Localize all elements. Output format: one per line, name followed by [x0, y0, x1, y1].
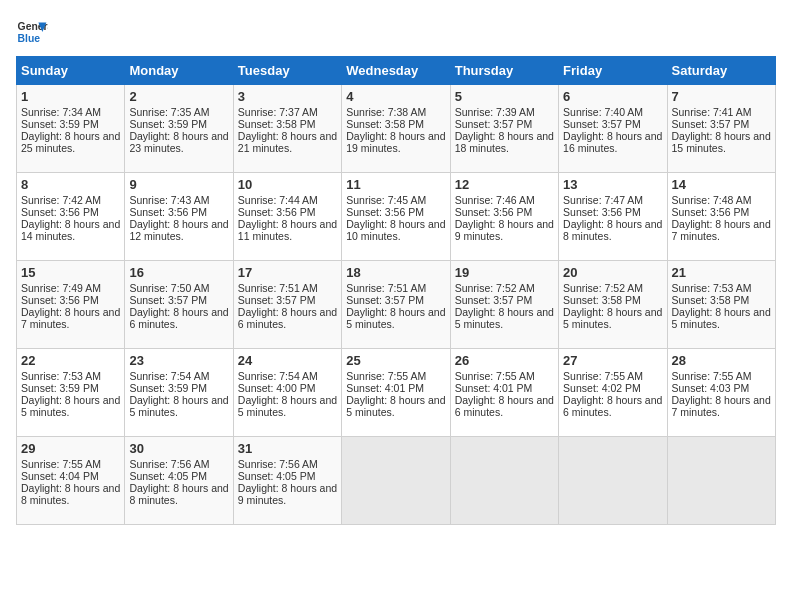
calendar-cell: 15Sunrise: 7:49 AMSunset: 3:56 PMDayligh… — [17, 261, 125, 349]
sunset-label: Sunset: 4:03 PM — [672, 382, 750, 394]
sunrise-label: Sunrise: 7:53 AM — [672, 282, 752, 294]
sunset-label: Sunset: 3:57 PM — [346, 294, 424, 306]
sunset-label: Sunset: 3:56 PM — [129, 206, 207, 218]
sunset-label: Sunset: 3:58 PM — [238, 118, 316, 130]
calendar-cell: 29Sunrise: 7:55 AMSunset: 4:04 PMDayligh… — [17, 437, 125, 525]
daylight-label: Daylight: 8 hours and 5 minutes. — [346, 394, 445, 418]
weekday-header-friday: Friday — [559, 57, 667, 85]
daylight-label: Daylight: 8 hours and 6 minutes. — [129, 306, 228, 330]
day-number: 18 — [346, 265, 445, 280]
sunset-label: Sunset: 4:00 PM — [238, 382, 316, 394]
calendar-cell: 14Sunrise: 7:48 AMSunset: 3:56 PMDayligh… — [667, 173, 775, 261]
sunset-label: Sunset: 3:56 PM — [21, 294, 99, 306]
calendar-week-1: 8Sunrise: 7:42 AMSunset: 3:56 PMDaylight… — [17, 173, 776, 261]
sunrise-label: Sunrise: 7:39 AM — [455, 106, 535, 118]
daylight-label: Daylight: 8 hours and 10 minutes. — [346, 218, 445, 242]
logo-icon: General Blue — [16, 16, 48, 48]
sunrise-label: Sunrise: 7:51 AM — [238, 282, 318, 294]
weekday-header-tuesday: Tuesday — [233, 57, 341, 85]
daylight-label: Daylight: 8 hours and 5 minutes. — [455, 306, 554, 330]
calendar-cell: 10Sunrise: 7:44 AMSunset: 3:56 PMDayligh… — [233, 173, 341, 261]
daylight-label: Daylight: 8 hours and 11 minutes. — [238, 218, 337, 242]
daylight-label: Daylight: 8 hours and 25 minutes. — [21, 130, 120, 154]
daylight-label: Daylight: 8 hours and 5 minutes. — [238, 394, 337, 418]
daylight-label: Daylight: 8 hours and 19 minutes. — [346, 130, 445, 154]
sunrise-label: Sunrise: 7:55 AM — [563, 370, 643, 382]
sunset-label: Sunset: 4:02 PM — [563, 382, 641, 394]
day-number: 1 — [21, 89, 120, 104]
sunrise-label: Sunrise: 7:56 AM — [129, 458, 209, 470]
sunrise-label: Sunrise: 7:44 AM — [238, 194, 318, 206]
calendar-cell: 25Sunrise: 7:55 AMSunset: 4:01 PMDayligh… — [342, 349, 450, 437]
calendar-cell: 2Sunrise: 7:35 AMSunset: 3:59 PMDaylight… — [125, 85, 233, 173]
weekday-header-row: SundayMondayTuesdayWednesdayThursdayFrid… — [17, 57, 776, 85]
day-number: 25 — [346, 353, 445, 368]
sunrise-label: Sunrise: 7:48 AM — [672, 194, 752, 206]
calendar-cell — [559, 437, 667, 525]
sunset-label: Sunset: 3:58 PM — [346, 118, 424, 130]
daylight-label: Daylight: 8 hours and 18 minutes. — [455, 130, 554, 154]
calendar-cell: 13Sunrise: 7:47 AMSunset: 3:56 PMDayligh… — [559, 173, 667, 261]
day-number: 4 — [346, 89, 445, 104]
calendar-cell: 12Sunrise: 7:46 AMSunset: 3:56 PMDayligh… — [450, 173, 558, 261]
calendar-cell — [342, 437, 450, 525]
sunset-label: Sunset: 3:57 PM — [563, 118, 641, 130]
calendar-cell: 16Sunrise: 7:50 AMSunset: 3:57 PMDayligh… — [125, 261, 233, 349]
daylight-label: Daylight: 8 hours and 15 minutes. — [672, 130, 771, 154]
sunset-label: Sunset: 4:04 PM — [21, 470, 99, 482]
daylight-label: Daylight: 8 hours and 16 minutes. — [563, 130, 662, 154]
calendar-cell: 26Sunrise: 7:55 AMSunset: 4:01 PMDayligh… — [450, 349, 558, 437]
daylight-label: Daylight: 8 hours and 14 minutes. — [21, 218, 120, 242]
sunrise-label: Sunrise: 7:40 AM — [563, 106, 643, 118]
sunrise-label: Sunrise: 7:37 AM — [238, 106, 318, 118]
daylight-label: Daylight: 8 hours and 7 minutes. — [672, 394, 771, 418]
sunrise-label: Sunrise: 7:51 AM — [346, 282, 426, 294]
calendar-cell: 18Sunrise: 7:51 AMSunset: 3:57 PMDayligh… — [342, 261, 450, 349]
sunrise-label: Sunrise: 7:49 AM — [21, 282, 101, 294]
weekday-header-sunday: Sunday — [17, 57, 125, 85]
calendar-cell — [450, 437, 558, 525]
calendar-cell: 17Sunrise: 7:51 AMSunset: 3:57 PMDayligh… — [233, 261, 341, 349]
sunset-label: Sunset: 3:57 PM — [455, 118, 533, 130]
sunrise-label: Sunrise: 7:45 AM — [346, 194, 426, 206]
day-number: 17 — [238, 265, 337, 280]
day-number: 15 — [21, 265, 120, 280]
day-number: 9 — [129, 177, 228, 192]
calendar-cell: 27Sunrise: 7:55 AMSunset: 4:02 PMDayligh… — [559, 349, 667, 437]
sunset-label: Sunset: 3:56 PM — [672, 206, 750, 218]
daylight-label: Daylight: 8 hours and 5 minutes. — [21, 394, 120, 418]
calendar-table: SundayMondayTuesdayWednesdayThursdayFrid… — [16, 56, 776, 525]
sunset-label: Sunset: 3:57 PM — [238, 294, 316, 306]
calendar-cell: 28Sunrise: 7:55 AMSunset: 4:03 PMDayligh… — [667, 349, 775, 437]
sunrise-label: Sunrise: 7:46 AM — [455, 194, 535, 206]
sunset-label: Sunset: 3:57 PM — [129, 294, 207, 306]
daylight-label: Daylight: 8 hours and 8 minutes. — [129, 482, 228, 506]
day-number: 5 — [455, 89, 554, 104]
weekday-header-thursday: Thursday — [450, 57, 558, 85]
sunrise-label: Sunrise: 7:52 AM — [455, 282, 535, 294]
sunset-label: Sunset: 4:05 PM — [238, 470, 316, 482]
sunset-label: Sunset: 4:01 PM — [346, 382, 424, 394]
sunset-label: Sunset: 3:59 PM — [129, 118, 207, 130]
day-number: 20 — [563, 265, 662, 280]
sunrise-label: Sunrise: 7:55 AM — [21, 458, 101, 470]
sunrise-label: Sunrise: 7:50 AM — [129, 282, 209, 294]
calendar-cell: 8Sunrise: 7:42 AMSunset: 3:56 PMDaylight… — [17, 173, 125, 261]
weekday-header-saturday: Saturday — [667, 57, 775, 85]
day-number: 12 — [455, 177, 554, 192]
sunrise-label: Sunrise: 7:38 AM — [346, 106, 426, 118]
day-number: 27 — [563, 353, 662, 368]
day-number: 31 — [238, 441, 337, 456]
daylight-label: Daylight: 8 hours and 12 minutes. — [129, 218, 228, 242]
day-number: 7 — [672, 89, 771, 104]
calendar-week-0: 1Sunrise: 7:34 AMSunset: 3:59 PMDaylight… — [17, 85, 776, 173]
calendar-cell: 31Sunrise: 7:56 AMSunset: 4:05 PMDayligh… — [233, 437, 341, 525]
calendar-cell: 6Sunrise: 7:40 AMSunset: 3:57 PMDaylight… — [559, 85, 667, 173]
calendar-cell — [667, 437, 775, 525]
daylight-label: Daylight: 8 hours and 5 minutes. — [672, 306, 771, 330]
daylight-label: Daylight: 8 hours and 7 minutes. — [21, 306, 120, 330]
sunrise-label: Sunrise: 7:54 AM — [129, 370, 209, 382]
day-number: 11 — [346, 177, 445, 192]
day-number: 29 — [21, 441, 120, 456]
daylight-label: Daylight: 8 hours and 5 minutes. — [346, 306, 445, 330]
